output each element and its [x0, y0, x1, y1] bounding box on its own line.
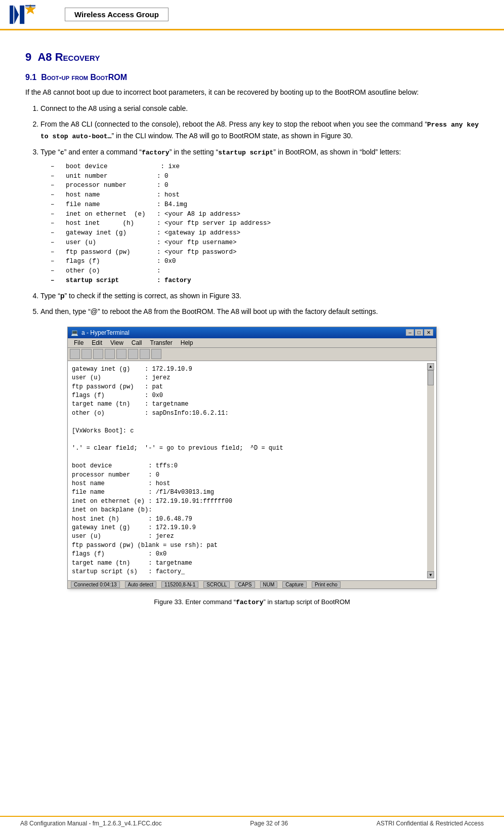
- scrollbar-down[interactable]: ▼: [427, 571, 434, 578]
- menu-call[interactable]: Call: [128, 339, 146, 347]
- terminal-title-left: 💻 a - HyperTerminal: [71, 329, 130, 336]
- page-footer: A8 Configuration Manual - fm_1.2.6.3_v4.…: [0, 816, 504, 830]
- section-number: 9: [25, 51, 31, 63]
- close-button[interactable]: ✕: [424, 329, 433, 336]
- menu-help[interactable]: Help: [177, 339, 197, 347]
- toolbar-btn-1[interactable]: [70, 349, 80, 359]
- status-baud: 115200,8-N-1: [161, 581, 198, 588]
- step-3-mid3: ” in BootROM, as shown in “bold” letters…: [273, 148, 401, 156]
- code-line-2: – unit number : 0: [51, 172, 479, 181]
- astri-logo: [5, 3, 56, 27]
- step-4-before: Type “: [40, 292, 60, 300]
- terminal-statusbar: Connected 0:04:13 Auto detect 115200,8-N…: [68, 580, 436, 588]
- subsection-heading: 9.1 Boot-up from BootROM: [25, 73, 479, 82]
- terminal-scrollbar[interactable]: ▲ ▼: [427, 363, 434, 578]
- scrollbar-thumb[interactable]: [428, 370, 434, 385]
- terminal-screenshot: 💻 a - HyperTerminal – □ ✕ File Edit View…: [67, 327, 437, 589]
- code-line-5: – file name : B4.img: [51, 200, 479, 210]
- subsection-title: Boot-up from BootROM: [41, 73, 127, 82]
- terminal-toolbar: [68, 348, 436, 361]
- intro-paragraph: If the A8 cannot boot up due to incorrec…: [25, 87, 479, 98]
- terminal-body: gateway inet (g) : 172.19.10.9 user (u) …: [68, 361, 436, 580]
- step-3: Type “c” and enter a command “factory” i…: [40, 147, 479, 286]
- status-connected: Connected 0:04:13: [71, 581, 120, 588]
- menu-file[interactable]: File: [70, 339, 88, 347]
- step-1: Connect to the A8 using a serial console…: [40, 103, 479, 114]
- main-content: 9 A8 Recovery 9.1 Boot-up from BootROM I…: [0, 30, 504, 631]
- code-line-1: – boot device : ixe: [51, 162, 479, 172]
- footer-right: ASTRI Confidential & Restricted Access: [376, 820, 484, 827]
- terminal-icon: 💻: [71, 329, 78, 336]
- code-line-11: – flags (f) : 0x0: [51, 257, 479, 266]
- code-line-3: – processor number : 0: [51, 181, 479, 190]
- logo-area: Wireless Access Group: [5, 3, 169, 27]
- terminal-menubar[interactable]: File Edit View Call Transfer Help: [68, 338, 436, 348]
- section-heading: 9 A8 Recovery: [25, 51, 479, 64]
- terminal-title-text: a - HyperTerminal: [81, 329, 130, 336]
- bootrom-settings: – boot device : ixe – unit number : 0 – …: [51, 162, 479, 286]
- step-4: Type “p” to check if the setting is corr…: [40, 291, 479, 302]
- maximize-button[interactable]: □: [415, 329, 423, 336]
- figure-caption-text: Figure 33. Enter command “factory” in st…: [154, 598, 350, 606]
- svg-marker-1: [14, 5, 19, 23]
- code-line-13-bold: – startup script : factory: [51, 276, 479, 286]
- footer-center: Page 32 of 36: [161, 820, 376, 827]
- step-3-bold3: startup script: [218, 148, 273, 156]
- step-4-after: ” to check if the setting is correct, as…: [64, 292, 241, 300]
- status-scroll: SCROLL: [203, 581, 230, 588]
- scrollbar-track[interactable]: [428, 370, 434, 571]
- toolbar-btn-2[interactable]: [81, 349, 92, 359]
- step-5-text: And then, type “@” to reboot the A8 from…: [40, 307, 378, 315]
- menu-view[interactable]: View: [106, 339, 128, 347]
- status-autodetect: Auto detect: [125, 581, 157, 588]
- toolbar-btn-3[interactable]: [93, 349, 103, 359]
- section-title: A8 Recovery: [37, 51, 100, 63]
- footer-left: A8 Configuration Manual - fm_1.2.6.3_v4.…: [20, 820, 161, 827]
- subsection-number: 9.1: [25, 73, 36, 82]
- step-2: From the A8 CLI (connected to the consol…: [40, 119, 479, 141]
- step-3-bold1: c: [60, 148, 64, 156]
- steps-list: Connect to the A8 using a serial console…: [40, 103, 479, 318]
- code-line-9: – user (u) : <your ftp username>: [51, 238, 479, 248]
- minimize-button[interactable]: –: [406, 329, 414, 336]
- header-title: Wireless Access Group: [65, 8, 169, 21]
- terminal-text: gateway inet (g) : 172.19.10.9 user (u) …: [70, 363, 427, 578]
- status-caps: CAPS: [235, 581, 255, 588]
- menu-transfer[interactable]: Transfer: [146, 339, 177, 347]
- toolbar-btn-8[interactable]: [151, 349, 161, 359]
- toolbar-btn-6[interactable]: [128, 349, 138, 359]
- scrollbar-up[interactable]: ▲: [427, 363, 434, 370]
- step-3-before: Type “: [40, 148, 60, 156]
- code-line-12: – other (o) :: [51, 266, 479, 276]
- window-buttons[interactable]: – □ ✕: [406, 329, 433, 336]
- toolbar-btn-5[interactable]: [116, 349, 127, 359]
- step-3-mid1: ” and enter a command “: [64, 148, 142, 156]
- step-2-text-after: ” in the CLI window. The A8 will go to B…: [111, 132, 353, 140]
- svg-marker-0: [10, 5, 13, 23]
- code-line-8: – gateway inet (g) : <gateway ip address…: [51, 228, 479, 238]
- code-line-10: – ftp password (pw) : <your ftp password…: [51, 248, 479, 257]
- step-3-bold2: factory: [142, 148, 170, 156]
- status-num: NUM: [260, 581, 278, 588]
- figure-caption: Figure 33. Enter command “factory” in st…: [25, 598, 479, 606]
- code-line-4: – host name : host: [51, 190, 479, 200]
- step-1-text: Connect to the A8 using a serial console…: [40, 104, 188, 112]
- status-capture: Capture: [282, 581, 307, 588]
- menu-edit[interactable]: Edit: [88, 339, 106, 347]
- step-2-text-before: From the A8 CLI (connected to the consol…: [40, 120, 427, 128]
- toolbar-btn-4[interactable]: [105, 349, 115, 359]
- code-line-6: – inet on ethernet (e) : <your A8 ip add…: [51, 210, 479, 219]
- status-printecho: Print echo: [312, 581, 341, 588]
- step-5: And then, type “@” to reboot the A8 from…: [40, 306, 479, 318]
- page-header: Wireless Access Group: [0, 0, 504, 30]
- toolbar-btn-7[interactable]: [140, 349, 150, 359]
- svg-marker-2: [20, 5, 24, 23]
- code-line-7: – host inet (h) : <your ftp server ip ad…: [51, 219, 479, 228]
- step-3-mid2: ” in the setting “: [170, 148, 219, 156]
- terminal-titlebar: 💻 a - HyperTerminal – □ ✕: [68, 327, 436, 338]
